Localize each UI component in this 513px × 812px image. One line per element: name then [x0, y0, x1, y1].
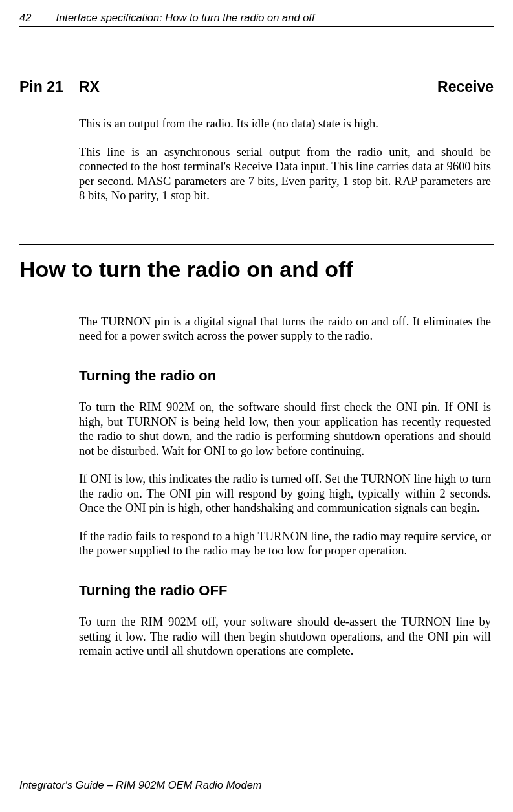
- page-header: 42 Interface specification: How to turn …: [19, 12, 494, 27]
- pin-body: This is an output from the radio. Its id…: [79, 116, 491, 203]
- page: 42 Interface specification: How to turn …: [0, 0, 513, 812]
- page-number: 42: [19, 12, 53, 24]
- section-title: How to turn the radio on and off: [19, 257, 494, 282]
- pin-short-name: RX: [79, 78, 437, 96]
- pin-heading: Pin 21 RX Receive: [19, 78, 494, 96]
- header-title: Interface specification: How to turn the…: [56, 12, 315, 23]
- paragraph: To turn the RIM 902M on, the software sh…: [79, 400, 491, 458]
- paragraph: This is an output from the radio. Its id…: [79, 116, 491, 131]
- paragraph: The TURNON pin is a digital signal that …: [79, 314, 491, 344]
- subsection-title: Turning the radio OFF: [79, 582, 491, 599]
- section-body: The TURNON pin is a digital signal that …: [79, 314, 491, 659]
- subsection-title: Turning the radio on: [79, 368, 491, 384]
- paragraph: If the radio fails to respond to a high …: [79, 529, 491, 558]
- pin-long-name: Receive: [437, 78, 494, 96]
- page-footer: Integrator's Guide – RIM 902M OEM Radio …: [19, 779, 262, 791]
- paragraph: To turn the RIM 902M off, your software …: [79, 615, 491, 659]
- paragraph: If ONI is low, this indicates the radio …: [79, 472, 491, 516]
- paragraph: This line is an asynchronous serial outp…: [79, 145, 491, 203]
- pin-id: Pin 21: [19, 78, 79, 96]
- section-divider: [19, 244, 494, 245]
